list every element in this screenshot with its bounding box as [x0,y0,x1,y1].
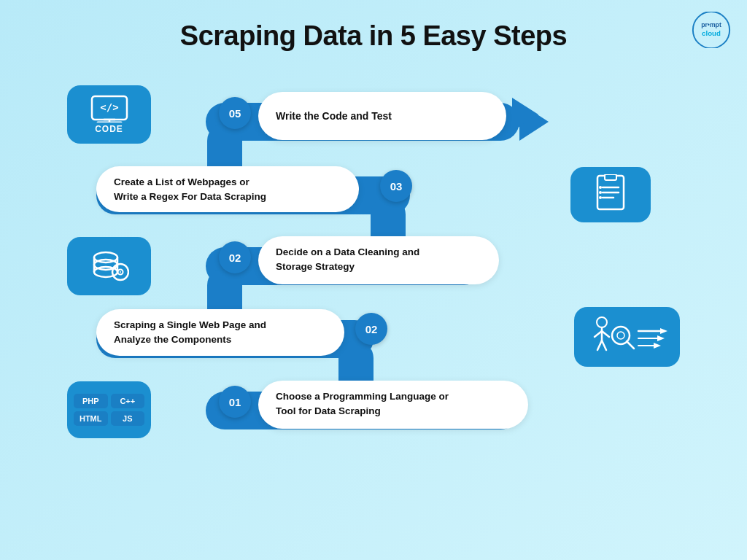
html-badge: HTML [74,411,108,426]
step-01-icon: PHP C++ HTML JS [67,381,151,438]
step-05-label: Write the Code and Test [276,109,392,123]
svg-point-20 [599,191,602,194]
step-05-icon: </> CODE [67,85,151,144]
svg-point-21 [599,196,602,199]
step-01-number: 01 [219,386,251,418]
promptcloud-logo: pr•mpt cloud [690,12,732,50]
language-badges: PHP C++ HTML JS [74,394,144,426]
step-02b-number: 02 [355,313,387,345]
step-05-arrow [512,98,538,131]
js-badge: JS [111,411,145,426]
content-area: </> CODE 05 Write the Code and Test Crea… [23,59,724,540]
php-badge: PHP [74,394,108,408]
step-02b-label: Scraping a Single Web Page and Analyze t… [114,318,266,346]
svg-marker-46 [654,343,661,349]
step-03-icon [570,167,651,222]
step-01-label: Choose a Programming Language or Tool fo… [276,389,449,418]
page-title: Scraping Data in 5 Easy Steps [22,20,725,52]
header: Scraping Data in 5 Easy Steps [22,7,725,59]
svg-rect-15 [605,174,616,180]
svg-line-34 [595,331,602,337]
step-02a-card: Decide on a Data Cleaning and Storage St… [258,236,499,284]
step-02a-label: Decide on a Data Cleaning and Storage St… [276,245,419,273]
svg-point-19 [599,186,602,189]
svg-marker-44 [657,335,665,341]
step-02a-number: 02 [219,241,251,273]
page: Scraping Data in 5 Easy Steps pr•mpt clo… [0,0,747,560]
svg-point-31 [120,271,121,273]
cpp-badge: C++ [111,394,145,408]
svg-line-40 [627,341,634,349]
svg-text:</>: </> [100,101,118,113]
step-03-card: Create a List of Webpages or Write a Reg… [96,166,359,212]
code-icon-label: CODE [95,124,123,134]
svg-line-35 [602,331,609,337]
step-02b-icon [574,307,680,367]
step-02b-card: Scraping a Single Web Page and Analyze t… [96,309,344,356]
step-03-number: 03 [380,170,412,202]
step-05-card: Write the Code and Test [258,92,506,140]
svg-point-39 [617,332,624,339]
svg-line-36 [597,341,602,350]
step-01-card: Choose a Programming Language or Tool fo… [258,381,528,429]
svg-marker-42 [660,328,667,334]
step-02a-icon [67,237,151,295]
step-05-number: 05 [219,97,251,129]
svg-point-32 [597,317,607,327]
svg-line-37 [602,341,606,350]
svg-text:pr•mpt: pr•mpt [701,21,721,28]
svg-text:cloud: cloud [702,29,721,37]
step-03-label: Create a List of Webpages or Write a Reg… [114,175,266,203]
